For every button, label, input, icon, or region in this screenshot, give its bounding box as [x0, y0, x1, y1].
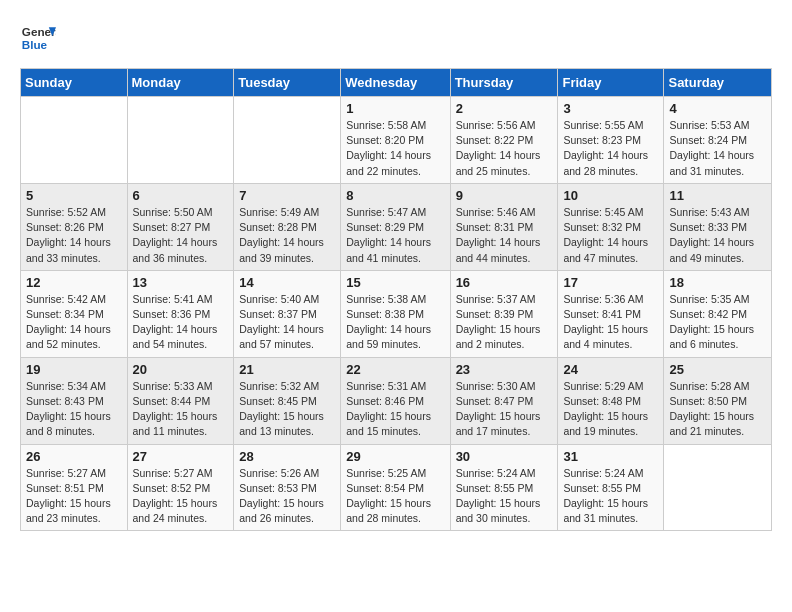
day-info: Sunrise: 5:29 AM Sunset: 8:48 PM Dayligh…	[563, 379, 658, 440]
calendar-cell: 31Sunrise: 5:24 AM Sunset: 8:55 PM Dayli…	[558, 444, 664, 531]
day-number: 6	[133, 188, 229, 203]
day-number: 8	[346, 188, 444, 203]
day-info: Sunrise: 5:49 AM Sunset: 8:28 PM Dayligh…	[239, 205, 335, 266]
day-info: Sunrise: 5:56 AM Sunset: 8:22 PM Dayligh…	[456, 118, 553, 179]
calendar-cell	[21, 97, 128, 184]
day-number: 3	[563, 101, 658, 116]
calendar-cell: 21Sunrise: 5:32 AM Sunset: 8:45 PM Dayli…	[234, 357, 341, 444]
day-info: Sunrise: 5:55 AM Sunset: 8:23 PM Dayligh…	[563, 118, 658, 179]
calendar-cell: 8Sunrise: 5:47 AM Sunset: 8:29 PM Daylig…	[341, 183, 450, 270]
day-number: 29	[346, 449, 444, 464]
day-info: Sunrise: 5:42 AM Sunset: 8:34 PM Dayligh…	[26, 292, 122, 353]
page-header: General Blue	[20, 20, 772, 56]
day-info: Sunrise: 5:52 AM Sunset: 8:26 PM Dayligh…	[26, 205, 122, 266]
calendar-cell: 28Sunrise: 5:26 AM Sunset: 8:53 PM Dayli…	[234, 444, 341, 531]
day-info: Sunrise: 5:37 AM Sunset: 8:39 PM Dayligh…	[456, 292, 553, 353]
calendar-cell: 16Sunrise: 5:37 AM Sunset: 8:39 PM Dayli…	[450, 270, 558, 357]
calendar-cell	[664, 444, 772, 531]
calendar-cell: 22Sunrise: 5:31 AM Sunset: 8:46 PM Dayli…	[341, 357, 450, 444]
day-info: Sunrise: 5:38 AM Sunset: 8:38 PM Dayligh…	[346, 292, 444, 353]
day-info: Sunrise: 5:28 AM Sunset: 8:50 PM Dayligh…	[669, 379, 766, 440]
calendar-cell: 2Sunrise: 5:56 AM Sunset: 8:22 PM Daylig…	[450, 97, 558, 184]
calendar-cell: 23Sunrise: 5:30 AM Sunset: 8:47 PM Dayli…	[450, 357, 558, 444]
day-info: Sunrise: 5:45 AM Sunset: 8:32 PM Dayligh…	[563, 205, 658, 266]
day-header-sunday: Sunday	[21, 69, 128, 97]
day-header-tuesday: Tuesday	[234, 69, 341, 97]
calendar-cell: 13Sunrise: 5:41 AM Sunset: 8:36 PM Dayli…	[127, 270, 234, 357]
logo-icon: General Blue	[20, 20, 56, 56]
day-info: Sunrise: 5:43 AM Sunset: 8:33 PM Dayligh…	[669, 205, 766, 266]
calendar-cell: 25Sunrise: 5:28 AM Sunset: 8:50 PM Dayli…	[664, 357, 772, 444]
day-number: 16	[456, 275, 553, 290]
calendar-cell: 3Sunrise: 5:55 AM Sunset: 8:23 PM Daylig…	[558, 97, 664, 184]
day-info: Sunrise: 5:24 AM Sunset: 8:55 PM Dayligh…	[456, 466, 553, 527]
day-header-friday: Friday	[558, 69, 664, 97]
day-info: Sunrise: 5:35 AM Sunset: 8:42 PM Dayligh…	[669, 292, 766, 353]
day-number: 18	[669, 275, 766, 290]
day-number: 11	[669, 188, 766, 203]
day-number: 28	[239, 449, 335, 464]
day-header-monday: Monday	[127, 69, 234, 97]
day-info: Sunrise: 5:53 AM Sunset: 8:24 PM Dayligh…	[669, 118, 766, 179]
calendar-cell: 29Sunrise: 5:25 AM Sunset: 8:54 PM Dayli…	[341, 444, 450, 531]
day-number: 17	[563, 275, 658, 290]
day-number: 10	[563, 188, 658, 203]
day-number: 25	[669, 362, 766, 377]
day-info: Sunrise: 5:30 AM Sunset: 8:47 PM Dayligh…	[456, 379, 553, 440]
svg-text:Blue: Blue	[22, 38, 48, 51]
day-number: 20	[133, 362, 229, 377]
day-header-thursday: Thursday	[450, 69, 558, 97]
calendar-cell: 18Sunrise: 5:35 AM Sunset: 8:42 PM Dayli…	[664, 270, 772, 357]
calendar-cell: 20Sunrise: 5:33 AM Sunset: 8:44 PM Dayli…	[127, 357, 234, 444]
day-number: 5	[26, 188, 122, 203]
calendar-cell: 10Sunrise: 5:45 AM Sunset: 8:32 PM Dayli…	[558, 183, 664, 270]
day-info: Sunrise: 5:27 AM Sunset: 8:52 PM Dayligh…	[133, 466, 229, 527]
week-row-2: 5Sunrise: 5:52 AM Sunset: 8:26 PM Daylig…	[21, 183, 772, 270]
day-number: 31	[563, 449, 658, 464]
day-number: 23	[456, 362, 553, 377]
day-number: 12	[26, 275, 122, 290]
day-info: Sunrise: 5:41 AM Sunset: 8:36 PM Dayligh…	[133, 292, 229, 353]
calendar-cell: 14Sunrise: 5:40 AM Sunset: 8:37 PM Dayli…	[234, 270, 341, 357]
calendar-cell: 6Sunrise: 5:50 AM Sunset: 8:27 PM Daylig…	[127, 183, 234, 270]
calendar-cell: 7Sunrise: 5:49 AM Sunset: 8:28 PM Daylig…	[234, 183, 341, 270]
week-row-4: 19Sunrise: 5:34 AM Sunset: 8:43 PM Dayli…	[21, 357, 772, 444]
day-info: Sunrise: 5:47 AM Sunset: 8:29 PM Dayligh…	[346, 205, 444, 266]
calendar-cell: 30Sunrise: 5:24 AM Sunset: 8:55 PM Dayli…	[450, 444, 558, 531]
week-row-1: 1Sunrise: 5:58 AM Sunset: 8:20 PM Daylig…	[21, 97, 772, 184]
day-info: Sunrise: 5:50 AM Sunset: 8:27 PM Dayligh…	[133, 205, 229, 266]
day-number: 24	[563, 362, 658, 377]
day-number: 22	[346, 362, 444, 377]
day-info: Sunrise: 5:32 AM Sunset: 8:45 PM Dayligh…	[239, 379, 335, 440]
day-number: 4	[669, 101, 766, 116]
day-number: 14	[239, 275, 335, 290]
calendar-cell: 17Sunrise: 5:36 AM Sunset: 8:41 PM Dayli…	[558, 270, 664, 357]
calendar-cell: 24Sunrise: 5:29 AM Sunset: 8:48 PM Dayli…	[558, 357, 664, 444]
logo: General Blue	[20, 20, 60, 56]
day-number: 2	[456, 101, 553, 116]
day-info: Sunrise: 5:34 AM Sunset: 8:43 PM Dayligh…	[26, 379, 122, 440]
calendar-cell: 9Sunrise: 5:46 AM Sunset: 8:31 PM Daylig…	[450, 183, 558, 270]
days-header-row: SundayMondayTuesdayWednesdayThursdayFrid…	[21, 69, 772, 97]
day-info: Sunrise: 5:46 AM Sunset: 8:31 PM Dayligh…	[456, 205, 553, 266]
day-info: Sunrise: 5:36 AM Sunset: 8:41 PM Dayligh…	[563, 292, 658, 353]
day-info: Sunrise: 5:33 AM Sunset: 8:44 PM Dayligh…	[133, 379, 229, 440]
calendar-cell: 12Sunrise: 5:42 AM Sunset: 8:34 PM Dayli…	[21, 270, 128, 357]
week-row-3: 12Sunrise: 5:42 AM Sunset: 8:34 PM Dayli…	[21, 270, 772, 357]
day-number: 19	[26, 362, 122, 377]
day-number: 27	[133, 449, 229, 464]
day-number: 15	[346, 275, 444, 290]
day-number: 7	[239, 188, 335, 203]
day-header-wednesday: Wednesday	[341, 69, 450, 97]
day-info: Sunrise: 5:31 AM Sunset: 8:46 PM Dayligh…	[346, 379, 444, 440]
week-row-5: 26Sunrise: 5:27 AM Sunset: 8:51 PM Dayli…	[21, 444, 772, 531]
day-number: 21	[239, 362, 335, 377]
day-number: 1	[346, 101, 444, 116]
calendar-cell	[234, 97, 341, 184]
day-number: 13	[133, 275, 229, 290]
calendar-cell: 26Sunrise: 5:27 AM Sunset: 8:51 PM Dayli…	[21, 444, 128, 531]
day-number: 9	[456, 188, 553, 203]
day-number: 30	[456, 449, 553, 464]
calendar-cell: 11Sunrise: 5:43 AM Sunset: 8:33 PM Dayli…	[664, 183, 772, 270]
day-info: Sunrise: 5:40 AM Sunset: 8:37 PM Dayligh…	[239, 292, 335, 353]
